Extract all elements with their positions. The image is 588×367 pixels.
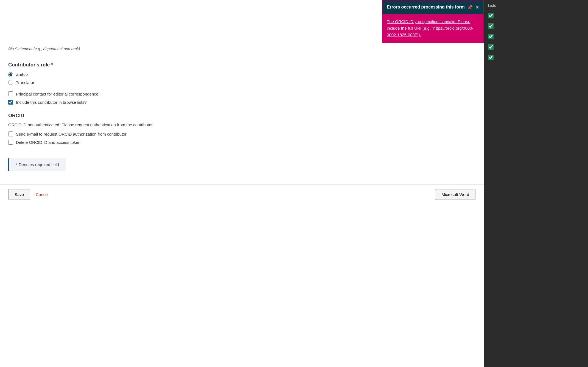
- form-body: Contributor's role* Author Translator Pr…: [0, 57, 484, 184]
- error-panel-header: Errors occurred processing this form 📌 ✕: [382, 0, 483, 14]
- word-button[interactable]: Microsoft Word: [435, 189, 475, 200]
- required-star: *: [51, 62, 53, 68]
- sidebar-checkboxes: [484, 10, 588, 63]
- save-button[interactable]: Save: [8, 189, 30, 200]
- sidebar-checkbox-2[interactable]: [488, 23, 494, 29]
- bio-label: Bio Statement (e.g., department and rank…: [0, 44, 484, 57]
- orcid-section: ORCID ORCID iD not authenticated! Please…: [8, 113, 475, 145]
- required-note: * Denotes required field: [8, 158, 66, 171]
- principal-contact-item[interactable]: Principal contact for editorial correspo…: [8, 91, 475, 96]
- sidebar-checkbox-4[interactable]: [488, 44, 494, 50]
- orcid-message: ORCID iD not authenticated! Please reque…: [8, 122, 475, 127]
- sidebar-check-3[interactable]: [488, 34, 584, 39]
- send-email-label: Send e-mail to request ORCID authorizati…: [16, 132, 127, 136]
- contributor-role-title: Contributor's role*: [8, 62, 475, 68]
- orcid-title: ORCID: [8, 113, 475, 119]
- orcid-checkboxes: Send e-mail to request ORCID authorizati…: [8, 131, 475, 145]
- sidebar-checkbox-1[interactable]: [488, 13, 494, 18]
- send-email-item[interactable]: Send e-mail to request ORCID authorizati…: [8, 131, 475, 136]
- principal-contact-label: Principal contact for editorial correspo…: [16, 92, 99, 96]
- sidebar-checkbox-3[interactable]: [488, 34, 494, 39]
- error-panel-icons: 📌 ✕: [467, 5, 479, 10]
- radio-translator-label: Translator: [16, 80, 34, 85]
- send-email-checkbox[interactable]: [8, 131, 13, 136]
- editorial-checkboxes: Principal contact for editorial correspo…: [8, 91, 475, 105]
- delete-orcid-item[interactable]: Delete ORCID iD and access token!: [8, 140, 475, 145]
- radio-author-label: Author: [16, 72, 28, 77]
- include-browse-item[interactable]: Include this contributor in browse lists…: [8, 100, 475, 105]
- error-message-link[interactable]: The ORCID iD you specified is invalid. P…: [387, 18, 479, 38]
- sidebar-check-4[interactable]: [488, 44, 584, 50]
- sidebar-check-1[interactable]: [488, 13, 584, 18]
- right-sidebar: Lists: [484, 0, 588, 367]
- sidebar-check-2[interactable]: [488, 23, 584, 29]
- sidebar-check-5[interactable]: [488, 55, 584, 60]
- cancel-button[interactable]: Cancel: [36, 192, 49, 197]
- close-icon[interactable]: ✕: [475, 5, 479, 10]
- error-panel-body: The ORCID iD you specified is invalid. P…: [382, 14, 483, 43]
- delete-orcid-checkbox[interactable]: [8, 140, 13, 145]
- include-browse-label: Include this contributor in browse lists…: [16, 100, 87, 105]
- error-panel: Errors occurred processing this form 📌 ✕…: [382, 0, 484, 43]
- error-panel-title: Errors occurred processing this form: [387, 4, 465, 10]
- main-content: Errors occurred processing this form 📌 ✕…: [0, 0, 484, 367]
- include-browse-checkbox[interactable]: [8, 100, 13, 105]
- sidebar-lists-header: Lists: [484, 0, 588, 10]
- radio-author-input[interactable]: [8, 72, 13, 77]
- contributor-role-radio-group: Author Translator: [8, 72, 475, 85]
- radio-translator[interactable]: Translator: [8, 80, 475, 85]
- sidebar-checkbox-5[interactable]: [488, 55, 494, 60]
- principal-contact-checkbox[interactable]: [8, 91, 13, 96]
- form-footer: Save Cancel Microsoft Word: [0, 184, 484, 204]
- radio-author[interactable]: Author: [8, 72, 475, 77]
- delete-orcid-label: Delete ORCID iD and access token!: [16, 140, 82, 145]
- pin-icon[interactable]: 📌: [467, 5, 473, 10]
- radio-translator-input[interactable]: [8, 80, 13, 85]
